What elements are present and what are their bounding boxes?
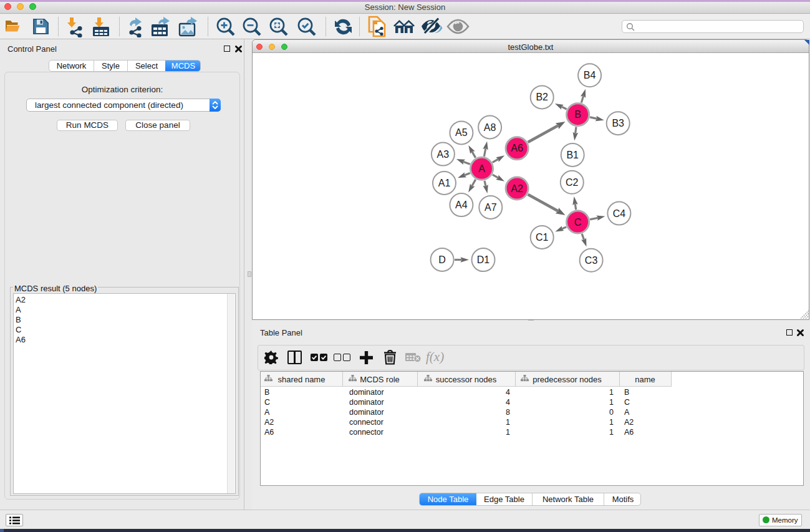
svg-text:C1: C1 (536, 232, 549, 243)
svg-text:C2: C2 (566, 177, 579, 188)
svg-text:A2: A2 (511, 183, 523, 194)
svg-text:D1: D1 (477, 254, 490, 265)
svg-text:A4: A4 (455, 200, 468, 210)
svg-text:B1: B1 (566, 150, 579, 160)
svg-text:A3: A3 (437, 149, 450, 160)
svg-text:A7: A7 (485, 202, 497, 213)
svg-text:B: B (574, 109, 581, 120)
svg-text:A6: A6 (511, 143, 523, 153)
svg-text:D: D (438, 254, 446, 265)
svg-text:C: C (574, 217, 582, 228)
svg-text:A1: A1 (438, 178, 451, 188)
svg-text:C3: C3 (585, 255, 598, 266)
svg-text:A5: A5 (455, 127, 468, 138)
svg-text:A: A (478, 163, 485, 174)
svg-text:C4: C4 (613, 208, 626, 219)
svg-text:B4: B4 (584, 70, 596, 80)
svg-text:A8: A8 (484, 122, 496, 133)
svg-text:B3: B3 (612, 118, 624, 128)
svg-text:B2: B2 (536, 92, 548, 102)
